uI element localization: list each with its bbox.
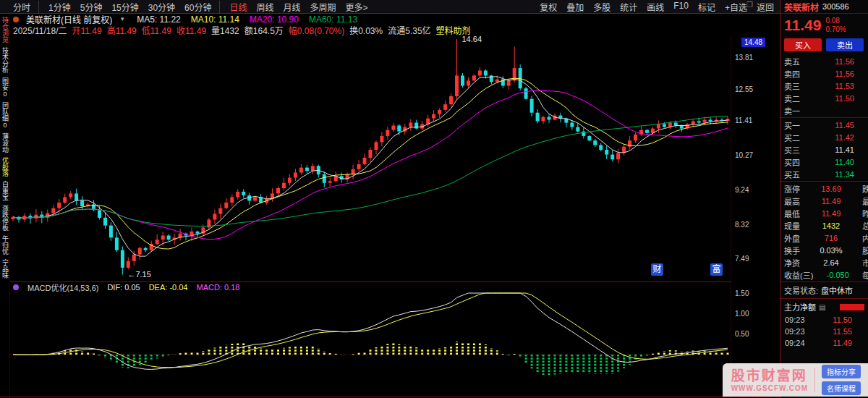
ask-row-2-price: 11.56 bbox=[835, 69, 854, 78]
bid-row-3-price: 11.41 bbox=[835, 145, 854, 154]
ask-row-3[interactable]: 卖三11.53 bbox=[780, 80, 868, 92]
bid-row-4[interactable]: 买四11.40 bbox=[780, 156, 868, 168]
indicator-icon[interactable] bbox=[13, 284, 19, 290]
stat-row-3: 现量1432总 bbox=[780, 219, 868, 232]
bid-row-3[interactable]: 买三11.41 bbox=[780, 143, 868, 156]
divider bbox=[780, 181, 868, 182]
bid-row-5[interactable]: 买五11.34 bbox=[780, 168, 868, 180]
price-chart[interactable]: 14.64←7.15 财富 bbox=[10, 35, 731, 282]
buy-button[interactable]: 买入 bbox=[784, 38, 822, 51]
tick-row-0: 09:2311.50 bbox=[780, 314, 868, 326]
bid-row-2[interactable]: 买二11.42 bbox=[780, 131, 868, 143]
info-token: 收11.49 bbox=[176, 24, 206, 36]
left-tab-8[interactable]: 午归忧 bbox=[0, 235, 9, 255]
info-token: 低11.49 bbox=[142, 24, 171, 36]
left-tab-4[interactable]: 薄波动 bbox=[0, 133, 9, 153]
svg-text:14.64: 14.64 bbox=[462, 35, 482, 43]
watermark-badges: 指标分享名师课程 bbox=[822, 365, 861, 395]
stock-name: 美联新材 bbox=[784, 1, 819, 13]
bid-row-4-price: 11.40 bbox=[835, 158, 854, 166]
toolbar-item-0[interactable]: 复权 bbox=[540, 1, 557, 13]
left-tab-0[interactable]: 持仓浏览 bbox=[0, 17, 9, 43]
macd-axis-label: 1.50 bbox=[735, 289, 749, 297]
toolbar-item-8[interactable]: 返回 bbox=[757, 1, 774, 13]
trade-status-label: 交易状态: bbox=[784, 284, 818, 296]
site-watermark: 股市财富网 WWW.GSCFW.COM 指标分享名师课程 bbox=[723, 363, 868, 397]
menu-item-7[interactable]: 周线 bbox=[256, 1, 273, 13]
bottom-border bbox=[0, 397, 780, 397]
stat-clipped-col: 股 bbox=[862, 245, 868, 256]
price-change-block: 0.08 0.70% bbox=[825, 17, 846, 34]
menu-item-10[interactable]: 更多> bbox=[346, 1, 368, 13]
bid-row-4-label: 买四 bbox=[784, 156, 800, 168]
ma-label: MA20: 10.90 bbox=[250, 14, 299, 25]
info-token: 流通5.35亿 bbox=[388, 24, 430, 36]
left-tab-2[interactable]: 图安0 bbox=[0, 77, 9, 98]
toolbar-item-7[interactable]: +自选 bbox=[725, 1, 747, 13]
watermark-site-name: 股市财富网 bbox=[731, 368, 808, 384]
watermark-text: 股市财富网 WWW.GSCFW.COM bbox=[731, 368, 808, 392]
ask-row-4[interactable]: 卖二11.50 bbox=[780, 92, 868, 104]
info-token: 换0.03% bbox=[349, 24, 383, 36]
ask-row-2-label: 卖四 bbox=[784, 68, 800, 80]
last-price: 11.49 bbox=[784, 17, 821, 34]
stat-value: 0.03% bbox=[820, 246, 842, 255]
chevron-down-icon[interactable]: ▼ bbox=[119, 16, 125, 22]
menu-item-1[interactable]: 1分钟 bbox=[48, 1, 71, 13]
price-axis-label: 10.27 bbox=[735, 151, 753, 159]
macd-canvas[interactable] bbox=[10, 292, 731, 398]
sell-button[interactable]: 卖出 bbox=[826, 38, 864, 51]
toolbar-item-4[interactable]: 画线 bbox=[647, 1, 664, 13]
left-tab-3[interactable]: 团队细0 bbox=[0, 102, 9, 129]
detail-list-icon[interactable]: ▤ bbox=[819, 303, 825, 311]
info-token: 幅0.08(0.70%) bbox=[289, 24, 344, 36]
toolbar-item-5[interactable]: F10 bbox=[673, 1, 689, 13]
ask-row-2[interactable]: 卖四11.56 bbox=[780, 67, 868, 80]
ask-row-5[interactable]: 卖一 bbox=[780, 104, 868, 117]
left-tab-5[interactable]: 优股落 bbox=[0, 157, 9, 177]
menu-item-5[interactable]: 60分钟 bbox=[184, 1, 220, 13]
price-axis: 14.4813.8112.5511.4110.279.248.327.491.5… bbox=[731, 35, 780, 398]
quote-panel: 美联新材 300586 11.49 0.08 0.70% 买入 卖出 卖五11.… bbox=[780, 0, 868, 398]
menu-item-9[interactable]: 多周期 bbox=[310, 1, 336, 13]
watermark-char: 富 bbox=[710, 263, 723, 276]
toolbar-item-1[interactable]: 叠加 bbox=[566, 1, 584, 13]
bid-row-1[interactable]: 买一11.45 bbox=[780, 119, 868, 131]
left-tab-9[interactable]: 宁品味 bbox=[0, 259, 9, 279]
menu-item-0[interactable]: 分时 bbox=[13, 1, 39, 13]
left-tab-strip: 持仓浏览技术分析图安0团队细0薄波动优股落白重宝涨跌停板午归忧宁品味 bbox=[0, 14, 10, 398]
ma-legend: MA5: 11.22MA10: 11.14MA20: 10.90MA60: 11… bbox=[137, 14, 357, 25]
stat-clipped-col: 内 bbox=[862, 232, 868, 244]
price-axis-label: 13.81 bbox=[735, 54, 753, 62]
stat-value: 11.49 bbox=[822, 209, 841, 218]
menu-item-3[interactable]: 15分钟 bbox=[111, 1, 138, 13]
ask-row-1[interactable]: 卖五11.56 bbox=[780, 55, 868, 67]
watermark-badge-0: 指标分享 bbox=[822, 365, 861, 378]
stat-label: 换手 bbox=[784, 245, 800, 256]
stat-label: 现量 bbox=[784, 220, 800, 232]
left-tab-1[interactable]: 技术分析 bbox=[0, 47, 9, 73]
quote-header: 美联新材 300586 bbox=[780, 0, 868, 14]
stat-value: 2.64 bbox=[823, 258, 838, 267]
menu-item-2[interactable]: 5分钟 bbox=[80, 1, 103, 13]
menu-item-4[interactable]: 30分钟 bbox=[148, 1, 175, 13]
left-tab-7[interactable]: 涨跌停板 bbox=[0, 205, 9, 231]
left-tab-6[interactable]: 白重宝 bbox=[0, 181, 9, 200]
stock-code: 300586 bbox=[822, 2, 849, 11]
stat-clipped-col: 昨 bbox=[862, 208, 868, 219]
tick-row-2: 09:2411.49 bbox=[780, 337, 868, 349]
stat-value: 716 bbox=[825, 234, 838, 242]
menu-item-6[interactable]: 日线 bbox=[229, 1, 247, 13]
chart-type-icon[interactable] bbox=[13, 17, 19, 22]
main-net-inflow-label: 主力净额 bbox=[784, 301, 816, 313]
macd-chart[interactable] bbox=[10, 292, 731, 398]
menu-item-8[interactable]: 月线 bbox=[284, 1, 301, 13]
candlestick-canvas[interactable]: 14.64←7.15 bbox=[10, 35, 731, 281]
toolbar-item-3[interactable]: 统计 bbox=[620, 1, 637, 13]
price-axis-label: 9.24 bbox=[735, 186, 749, 194]
toolbar-item-6[interactable]: 标记 bbox=[698, 1, 715, 13]
toolbar-item-2[interactable]: 多股 bbox=[593, 1, 610, 13]
divider bbox=[780, 281, 868, 282]
stat-clipped-col: 最 bbox=[862, 195, 868, 207]
pane-maximize-icon[interactable]: ❐ bbox=[746, 1, 753, 9]
